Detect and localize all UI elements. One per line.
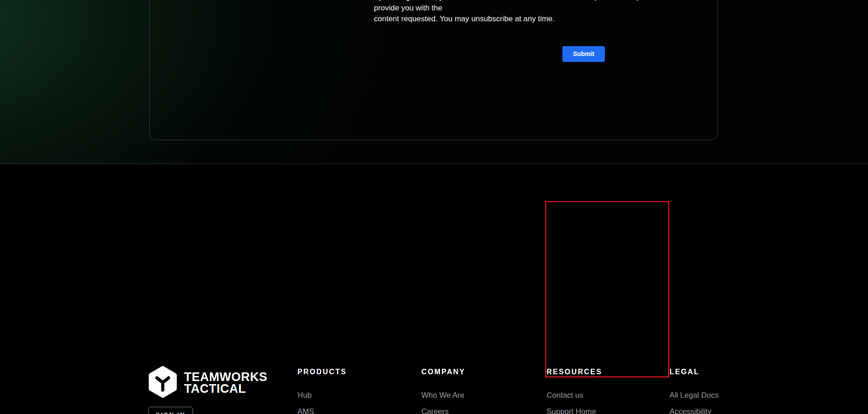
annotation-highlight-box: [545, 201, 669, 377]
legal-heading: LEGAL: [670, 368, 783, 376]
link-ams[interactable]: AMS: [297, 407, 314, 414]
brand-wordmark: TEAMWORKS TACTICAL: [184, 371, 267, 395]
submit-button[interactable]: Submit: [562, 46, 605, 62]
teamworks-hexagon-icon: [148, 366, 177, 400]
sign-in-button[interactable]: SIGN IN: [148, 407, 193, 414]
brand-name-line2: TACTICAL: [184, 383, 267, 395]
footer-column-products: PRODUCTS Hub AMS Nutrition: [297, 368, 410, 414]
products-heading: PRODUCTS: [297, 368, 410, 376]
footer-column-legal: LEGAL All Legal Docs Accessibility Priva…: [670, 368, 783, 414]
footer: TEAMWORKS TACTICAL SIGN IN (202) 875-893…: [0, 165, 868, 414]
link-careers[interactable]: Careers: [421, 407, 448, 414]
company-heading: COMPANY: [421, 368, 534, 376]
consent-paragraph: By clicking submit, you consent to allow…: [374, 0, 793, 24]
link-support-home[interactable]: Support Home: [547, 407, 596, 414]
brand-logo[interactable]: TEAMWORKS TACTICAL: [148, 366, 267, 400]
form-card: I agree to receive other communications …: [149, 0, 718, 140]
consent-line-2: content requested. You may unsubscribe a…: [374, 14, 793, 24]
link-who-we-are[interactable]: Who We Are: [421, 391, 464, 400]
footer-column-resources: RESOURCES Contact us Support Home Learni…: [547, 368, 660, 414]
link-hub[interactable]: Hub: [297, 391, 311, 400]
brand-name-line1: TEAMWORKS: [184, 371, 267, 383]
link-all-legal-docs[interactable]: All Legal Docs: [670, 391, 719, 400]
form-content: I agree to receive other communications …: [374, 0, 793, 62]
link-accessibility[interactable]: Accessibility: [670, 407, 712, 414]
submit-row: Submit: [374, 46, 793, 62]
consent-line-1: By clicking submit, you consent to allow…: [374, 0, 793, 14]
link-contact-us[interactable]: Contact us: [547, 391, 583, 400]
resources-heading: RESOURCES: [547, 368, 660, 376]
page: I agree to receive other communications …: [0, 0, 868, 414]
footer-column-company: COMPANY Who We Are Careers: [421, 368, 534, 414]
hero-section: I agree to receive other communications …: [0, 0, 868, 164]
